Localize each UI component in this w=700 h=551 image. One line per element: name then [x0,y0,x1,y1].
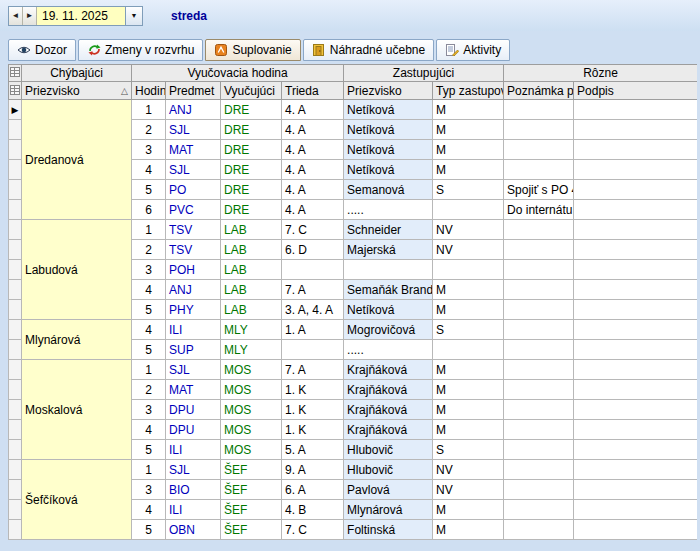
cell-podpis[interactable] [574,340,697,360]
cell-trieda[interactable]: 1. K [282,380,344,400]
cell-podpis[interactable] [574,380,697,400]
cell-podpis[interactable] [574,180,697,200]
cell-note[interactable]: Do internátu [504,200,574,220]
row-indicator-cell[interactable] [9,260,22,280]
cell-note[interactable] [504,340,574,360]
cell-substitute[interactable]: Netíková [344,300,433,320]
cell-predmet[interactable]: PHY [166,300,221,320]
cell-hodina[interactable]: 5 [132,440,166,460]
cell-hodina[interactable]: 3 [132,140,166,160]
cell-substitute[interactable]: Netíková [344,160,433,180]
row-indicator-cell[interactable] [9,500,22,520]
cell-note[interactable] [504,380,574,400]
cell-hodina[interactable]: 5 [132,180,166,200]
cell-vyucujuci[interactable]: ŠEF [221,520,282,540]
cell-hodina[interactable]: 1 [132,360,166,380]
cell-trieda[interactable]: 9. A [282,460,344,480]
cell-typ[interactable]: M [433,360,504,380]
next-day-button[interactable]: ► [23,7,37,25]
row-indicator-cell[interactable] [9,360,22,380]
cell-vyucujuci[interactable]: ŠEF [221,460,282,480]
cell-substitute[interactable]: Netíková [344,120,433,140]
cell-predmet[interactable]: ILI [166,440,221,460]
missing-teacher-cell[interactable]: Mlynárová [22,320,132,360]
cell-vyucujuci[interactable]: ŠEF [221,500,282,520]
cell-podpis[interactable] [574,240,697,260]
cell-vyucujuci[interactable]: MOS [221,420,282,440]
cell-predmet[interactable]: SJL [166,160,221,180]
column-header-priezvisko-substitute[interactable]: Priezvisko [344,82,433,100]
cell-substitute[interactable]: ..... [344,200,433,220]
cell-hodina[interactable]: 6 [132,200,166,220]
cell-trieda[interactable]: 4. A [282,140,344,160]
cell-hodina[interactable]: 5 [132,520,166,540]
prev-day-button[interactable]: ◄ [9,7,23,25]
cell-predmet[interactable]: SJL [166,460,221,480]
cell-podpis[interactable] [574,280,697,300]
row-indicator-cell[interactable] [9,240,22,260]
cell-hodina[interactable]: 1 [132,100,166,120]
cell-podpis[interactable] [574,260,697,280]
column-header-predmet[interactable]: Predmet [166,82,221,100]
cell-trieda[interactable]: 7. A [282,360,344,380]
tab-aktivity[interactable]: Aktivity [436,39,510,61]
cell-substitute[interactable] [344,260,433,280]
cell-vyucujuci[interactable]: MOS [221,380,282,400]
row-indicator-cell[interactable] [9,140,22,160]
cell-note[interactable] [504,360,574,380]
cell-hodina[interactable]: 4 [132,420,166,440]
cell-typ[interactable]: S [433,320,504,340]
row-indicator-cell[interactable] [9,460,22,480]
row-indicator-cell[interactable] [9,120,22,140]
cell-typ[interactable] [433,340,504,360]
date-picker[interactable]: ◄ ► 19. 11. 2025 ▼ [8,6,143,26]
cell-predmet[interactable]: PO [166,180,221,200]
missing-teacher-cell[interactable]: Šefčíková [22,460,132,540]
cell-typ[interactable]: M [433,380,504,400]
row-indicator-cell[interactable] [9,160,22,180]
cell-vyucujuci[interactable]: DRE [221,180,282,200]
row-indicator-cell[interactable] [9,380,22,400]
cell-vyucujuci[interactable]: MOS [221,440,282,460]
cell-trieda[interactable]: 6. D [282,240,344,260]
column-header-typ-zastupovania[interactable]: Typ zastupov [433,82,504,100]
cell-vyucujuci[interactable]: LAB [221,220,282,240]
cell-substitute[interactable]: Krajňáková [344,380,433,400]
cell-note[interactable] [504,480,574,500]
cell-note[interactable] [504,240,574,260]
row-indicator-cell[interactable] [9,440,22,460]
row-indicator-cell[interactable] [9,520,22,540]
cell-vyucujuci[interactable]: DRE [221,200,282,220]
cell-substitute[interactable]: Netíková [344,100,433,120]
cell-hodina[interactable]: 3 [132,260,166,280]
cell-typ[interactable]: S [433,440,504,460]
cell-vyucujuci[interactable]: LAB [221,240,282,260]
cell-trieda[interactable]: 7. C [282,220,344,240]
row-indicator-cell[interactable] [9,280,22,300]
cell-note[interactable] [504,260,574,280]
cell-hodina[interactable]: 2 [132,240,166,260]
cell-podpis[interactable] [574,220,697,240]
cell-substitute[interactable]: Hlubovič [344,440,433,460]
cell-typ[interactable] [433,200,504,220]
cell-trieda[interactable]: 7. C [282,520,344,540]
cell-substitute[interactable]: Semanová [344,180,433,200]
cell-podpis[interactable] [574,200,697,220]
cell-podpis[interactable] [574,120,697,140]
cell-podpis[interactable] [574,460,697,480]
column-header-trieda[interactable]: Trieda [282,82,344,100]
cell-trieda[interactable]: 3. A, 4. A [282,300,344,320]
row-indicator-cell[interactable] [9,400,22,420]
cell-note[interactable] [504,500,574,520]
cell-substitute[interactable]: Schneider [344,220,433,240]
cell-predmet[interactable]: ANJ [166,100,221,120]
cell-podpis[interactable] [574,480,697,500]
cell-typ[interactable]: M [433,120,504,140]
cell-substitute[interactable]: Majerská [344,240,433,260]
cell-trieda[interactable]: 1. K [282,400,344,420]
column-header-vyucujuci[interactable]: Vyučujúci [221,82,282,100]
cell-podpis[interactable] [574,520,697,540]
cell-hodina[interactable]: 4 [132,280,166,300]
row-indicator-cell[interactable] [9,320,22,340]
cell-note[interactable] [504,300,574,320]
